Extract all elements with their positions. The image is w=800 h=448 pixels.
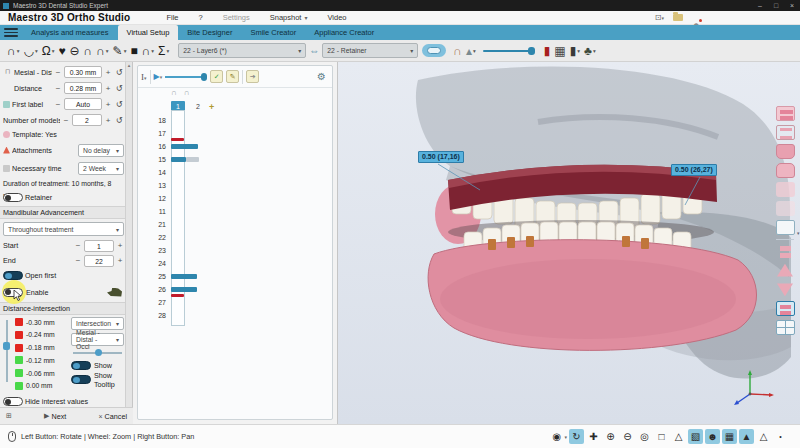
open-first-toggle[interactable] — [3, 271, 23, 280]
retainer-toggle-button[interactable] — [422, 44, 446, 57]
timeline-row-14[interactable]: 14 — [138, 166, 332, 179]
first-label-plus-button[interactable]: + — [104, 100, 112, 109]
view-lower-occlusal-icon[interactable] — [776, 163, 795, 178]
view-grid-icon[interactable] — [776, 320, 795, 335]
start-minus-button[interactable]: − — [74, 241, 82, 250]
rotate-icon[interactable]: ↻ — [569, 429, 584, 444]
hamburger-menu-icon[interactable] — [0, 25, 22, 40]
timeline-row-17[interactable]: 17 — [138, 127, 332, 140]
num-models-value[interactable]: 2 — [72, 114, 102, 126]
swap-icon[interactable]: ⇔ — [309, 46, 319, 56]
menu-settings[interactable]: Settings — [213, 13, 260, 22]
timeline-row-18[interactable]: 18 — [138, 114, 332, 127]
zoom-in-icon[interactable]: ⊕ — [603, 429, 618, 444]
column-2-header[interactable]: 2 — [191, 103, 205, 110]
mandibular-section-header[interactable]: Mandibular Advancement ▴ — [0, 206, 132, 219]
layout-icon[interactable]: ⊡▾ — [655, 13, 664, 22]
tooth-icon[interactable]: Ω — [42, 45, 51, 57]
timeline-row-15[interactable]: 15 — [138, 153, 332, 166]
start-value[interactable]: 1 — [84, 240, 114, 252]
show-tooltip-toggle[interactable] — [71, 375, 91, 384]
menu-file[interactable]: File — [156, 13, 188, 22]
folder-icon[interactable] — [673, 14, 683, 21]
panel-scrollbar[interactable]: ▴ ▾ — [125, 62, 132, 424]
distance-intersection-section-header[interactable]: Distance-intersection ▴ — [0, 302, 132, 315]
reference-select[interactable]: Mesial - Distal - Occl▾ — [71, 333, 124, 346]
view-lower-arch-icon[interactable] — [776, 282, 795, 297]
distance-plus-button[interactable]: + — [104, 84, 112, 93]
menu-[interactable]: ? — [188, 13, 212, 22]
cancel-button[interactable]: × Cancel — [99, 412, 127, 421]
mesial-value[interactable]: 0.30 mm — [64, 66, 102, 78]
mandibular-mode-select[interactable]: Throughout treatment▾ — [3, 222, 124, 236]
retainer-select[interactable]: 22 - Retainer▾ — [322, 43, 418, 58]
arch-tan-icon[interactable]: ∩ — [453, 45, 462, 57]
mesial-plus-button[interactable]: + — [104, 68, 112, 77]
add-column-button[interactable]: + — [209, 102, 214, 112]
view-ghost-lower-icon[interactable] — [776, 201, 795, 216]
view-upper-occlusal-icon[interactable] — [776, 144, 795, 159]
timeline-row-24[interactable]: 24 — [138, 257, 332, 270]
points-mode-icon[interactable]: • — [773, 429, 788, 444]
timeline-row-26[interactable]: 26 — [138, 283, 332, 296]
layer-select[interactable]: 22 - Layer6 (*)▾ — [178, 43, 306, 58]
attachments-select[interactable]: No delay▾ — [78, 144, 124, 157]
heart-icon[interactable]: ♥ — [58, 45, 65, 57]
distance-value[interactable]: 0.28 mm — [64, 82, 102, 94]
minimize-button[interactable]: – — [752, 2, 768, 9]
view-front-teeth-icon[interactable] — [776, 106, 795, 121]
next-button[interactable]: ▶ Next — [44, 412, 66, 421]
timeline-row-12[interactable]: 12 — [138, 192, 332, 205]
tab-appliance-creator[interactable]: Appliance Creator — [305, 25, 383, 40]
timeline-row-11[interactable]: 11 — [138, 205, 332, 218]
show-toggle[interactable] — [71, 361, 91, 370]
arch-thin-icon[interactable]: ∩ — [142, 45, 151, 57]
arch-narrow-icon[interactable]: ∩ — [84, 45, 93, 57]
first-label-minus-button[interactable]: − — [54, 100, 62, 109]
mouth-icon[interactable]: ◡ — [23, 45, 33, 57]
num-models-minus-button[interactable]: − — [62, 116, 70, 125]
tab-smile-creator[interactable]: Smile Creator — [241, 25, 305, 40]
timeline-row-13[interactable]: 13 — [138, 179, 332, 192]
view-ghost-upper-icon[interactable] — [776, 182, 795, 197]
texture-icon[interactable]: ▦ — [722, 429, 737, 444]
probe-icon[interactable]: ✎ — [113, 45, 123, 57]
view-arch-pair-icon[interactable] — [776, 244, 795, 259]
animation-slider[interactable] — [165, 76, 207, 78]
person-icon[interactable]: ☻ — [705, 429, 720, 444]
step-mode-select[interactable]: I▾ — [141, 72, 147, 82]
attachment-tool-icon[interactable]: ▴ — [466, 45, 472, 57]
end-value[interactable]: 22 — [84, 255, 114, 267]
opacity-slider[interactable] — [71, 349, 124, 357]
image-mode-icon[interactable]: ▧ — [688, 429, 703, 444]
first-label-value[interactable]: Auto — [64, 98, 102, 110]
articulator-icon[interactable]: Σ — [158, 45, 165, 57]
menu-video[interactable]: Video — [317, 13, 356, 22]
distance-reset-button[interactable]: ↺ — [114, 84, 124, 93]
layout-grid-button[interactable]: ⊞ — [6, 412, 12, 420]
timeline-row-25[interactable]: 25 — [138, 270, 332, 283]
timeline-row-27[interactable]: 27 — [138, 296, 332, 309]
view-panel-icon[interactable] — [776, 220, 795, 235]
retainer-toggle[interactable] — [3, 193, 23, 202]
approve-step-button[interactable]: ✓ — [210, 70, 223, 83]
center-view-icon[interactable]: ◎ — [637, 429, 652, 444]
user-icon[interactable] — [692, 14, 700, 22]
necessary-time-select[interactable]: 2 Week▾ — [78, 162, 124, 175]
3d-viewport[interactable]: 0.50 (17,16) 0.50 (26,27) — [338, 62, 800, 424]
gear-icon[interactable]: ⚙ — [317, 71, 326, 82]
maximize-button[interactable]: □ — [768, 2, 784, 9]
cube-icon[interactable]: □ — [654, 429, 669, 444]
num-models-reset-button[interactable]: ↺ — [114, 116, 124, 125]
threshold-slider[interactable] — [3, 316, 11, 392]
film-icon[interactable]: ▦ — [554, 45, 565, 57]
timeline-row-28[interactable]: 28 — [138, 309, 332, 322]
distance-minus-button[interactable]: − — [54, 84, 62, 93]
view-open-bite-icon[interactable] — [776, 125, 795, 140]
book-icon[interactable]: ▮ — [544, 45, 551, 57]
timeline-row-21[interactable]: 21 — [138, 218, 332, 231]
start-plus-button[interactable]: + — [116, 241, 124, 250]
tab-bite-designer[interactable]: Bite Designer — [178, 25, 241, 40]
timeline-row-22[interactable]: 22 — [138, 231, 332, 244]
scroll-up-icon[interactable]: ▴ — [128, 62, 131, 68]
